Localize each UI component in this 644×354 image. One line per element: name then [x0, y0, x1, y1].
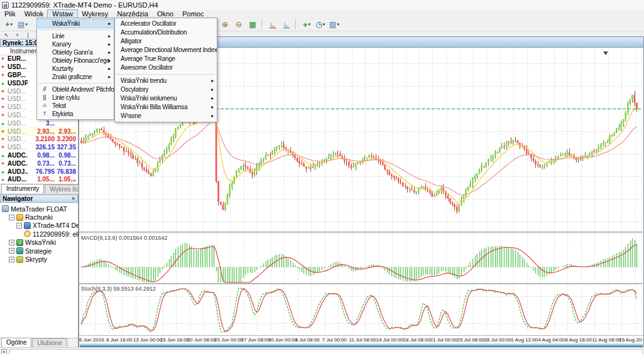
submenu-item[interactable]: Alligator ▸ — [115, 37, 217, 46]
price-direction-icon — [1, 96, 5, 102]
terminal-content-edge — [9, 349, 643, 354]
symbol-row[interactable]: AUDC... 0.98... 0.98... — [0, 152, 78, 160]
menubar-item[interactable]: Wstaw — [48, 10, 77, 18]
submenu-arrow-icon: ▸ — [108, 65, 111, 73]
menu-item[interactable]: ▸ — [38, 83, 112, 84]
submenu-arrow-icon: ▸ — [108, 56, 111, 65]
submenu-item[interactable]: WskaŸniki trendu ▸ — [115, 77, 217, 85]
menu-item[interactable]: ▸ — [38, 30, 112, 31]
time-axis-label: 23 Jun 00:00 — [214, 337, 243, 343]
menu-item[interactable]: ||| Linie cyklu ▸ — [37, 94, 114, 102]
submenu-item[interactable]: Accelerator Oscillator ▸ — [115, 19, 217, 28]
submenu-item[interactable]: WskaŸniki wolumenu ▸ — [115, 94, 217, 103]
submenu-item[interactable]: Average True Range ▸ — [115, 55, 217, 63]
close-icon[interactable]: ✕ — [1, 349, 7, 354]
tree-node-icon — [24, 230, 31, 237]
tree-node-icon — [16, 239, 23, 246]
tree-item[interactable]: 1122909959: eliza — [0, 230, 78, 238]
tree-item[interactable]: + Strategie — [0, 247, 78, 255]
close-icon[interactable]: ✕ — [71, 196, 75, 201]
tree-expander[interactable]: + — [9, 257, 14, 262]
toolbar-icon: ◷ — [316, 20, 322, 29]
tree-expander[interactable]: + — [9, 240, 14, 245]
dropdown-caret-icon: ▾ — [323, 22, 325, 27]
submenu-item[interactable]: Awesome Oscillator ▸ — [115, 63, 217, 72]
menubar-item[interactable]: Wykresy — [77, 10, 112, 18]
menu-item[interactable]: A Tekst ▸ — [37, 102, 114, 110]
ask-price: 76.838 — [56, 168, 77, 175]
scroll-down-icon[interactable]: ⌄ — [72, 176, 77, 182]
tree-item-label: Skrypty — [25, 255, 47, 263]
tree-item-label: WskaŸniki — [25, 239, 56, 246]
menu-item[interactable]: Znaki graficzne ▸ — [37, 73, 114, 81]
tree-item[interactable]: + Skrypty — [0, 255, 78, 263]
tree-item-label: MetaTrader FLOAT — [11, 205, 67, 213]
tool-icon: + — [16, 32, 19, 38]
toolbar-icon: ⊖ — [236, 20, 242, 29]
submenu-item[interactable]: Accumulation/Distribution ▸ — [115, 28, 217, 37]
submenu-item[interactable]: ▸ — [116, 74, 216, 75]
tree-expander[interactable]: − — [9, 215, 14, 220]
menubar-item[interactable]: Widok — [20, 10, 48, 18]
menubar-item[interactable]: Plik — [0, 10, 20, 18]
time-axis-label: 13 Jun 00:00 — [133, 337, 162, 343]
symbol-row[interactable]: USD... 2.93... 2.93... — [0, 127, 78, 136]
tree-item[interactable]: − Rachunki — [0, 213, 78, 221]
submenu-item[interactable]: WskaŸniki Billa Williamsa ▸ — [115, 103, 217, 112]
symbol-row[interactable]: AUDC... 0.73... 0.73... — [0, 159, 78, 168]
menu-item[interactable]: /// Obiekt Andrews' Pitchfork ▸ — [37, 85, 114, 94]
tree-expander[interactable]: − — [16, 223, 22, 228]
tree-expander[interactable]: + — [9, 248, 14, 254]
navigator-panel: Nawigator ✕ MetaTrader FLOAT − Rachunki … — [0, 193, 79, 347]
symbol-row[interactable]: AUD... 1.05... 1.05... — [0, 176, 78, 184]
tree-node-icon — [2, 205, 9, 212]
tree-node-icon — [16, 214, 23, 221]
symbol-row[interactable]: USD... 3.2100 3.2300 — [0, 136, 78, 144]
menubar-item[interactable]: Okno — [153, 10, 178, 18]
menubar-item[interactable]: Narzêdzia — [112, 10, 153, 18]
symbol-name: AUD... — [0, 176, 28, 183]
tree-item[interactable]: MetaTrader FLOAT — [0, 205, 78, 213]
dropdown-caret-icon: ▾ — [337, 22, 339, 27]
symbol-row[interactable]: USD... 326.15 327.35 — [0, 144, 78, 152]
time-axis-label: 15 Aug 20:00 — [619, 337, 643, 343]
symbol-row[interactable]: USD... 3... — [0, 119, 78, 127]
symbol-name: AUDC... — [0, 152, 28, 159]
macd-indicator-label: MACD(8,13,9) 0.001564 0.001642 — [81, 235, 168, 241]
menu-item[interactable]: T Etykieta ▸ — [37, 110, 114, 118]
tree-item[interactable]: + WskaŸniki — [0, 239, 78, 247]
price-direction-icon — [1, 56, 5, 62]
tool-icon: | — [27, 32, 28, 38]
submenu-item[interactable]: Average Directional Movement Index ▸ — [115, 46, 217, 55]
menu-item[interactable]: WskaŸniki ▸ — [37, 19, 114, 28]
menubar-item[interactable]: Pomoc — [178, 10, 208, 18]
submenu-item[interactable]: W³asne ▸ — [115, 112, 217, 121]
navigator-tab[interactable]: Ogólne — [1, 338, 31, 347]
tree-item[interactable]: − XTrade-MT4 Demo — [0, 222, 78, 230]
symbol-row[interactable]: AUDJ... 76.795 76.838 — [0, 168, 78, 176]
price-direction-icon — [1, 64, 5, 70]
menu-item[interactable]: Linie ▸ — [37, 32, 114, 40]
price-direction-icon — [1, 144, 5, 151]
price-direction-icon — [1, 88, 5, 95]
menu-item[interactable]: Kszta³ty ▸ — [37, 65, 114, 73]
ask-price: 0.98... — [56, 152, 77, 159]
time-axis-label: 4 Jul 08:00 — [295, 337, 320, 343]
price-direction-icon — [1, 112, 5, 119]
submenu-arrow-icon: ▸ — [211, 85, 214, 94]
menu-item[interactable]: Obiekty Fibonacci'ego ▸ — [37, 56, 114, 65]
symbol-name: AUDJ... — [0, 168, 28, 175]
symbol-name: EUR... — [0, 55, 28, 62]
dropdown-caret-icon: ▾ — [308, 22, 311, 27]
submenu-item[interactable]: Oscylatory ▸ — [115, 85, 217, 94]
menu-item-icon: ||| — [39, 94, 50, 102]
toolbar-icon: ▨ — [329, 20, 336, 29]
price-direction-icon — [1, 161, 5, 167]
menu-item[interactable]: Obiekty Gann'a ▸ — [37, 48, 114, 56]
symbol-name: USD... — [0, 95, 28, 102]
toolbar-icon: ∟ — [283, 21, 290, 28]
navigator-tab[interactable]: Ulubione — [32, 338, 67, 347]
menu-item[interactable]: Kana³y ▸ — [37, 40, 114, 48]
tree-node-icon — [16, 247, 23, 254]
market-watch-tab[interactable]: Instrumenty — [1, 184, 44, 193]
